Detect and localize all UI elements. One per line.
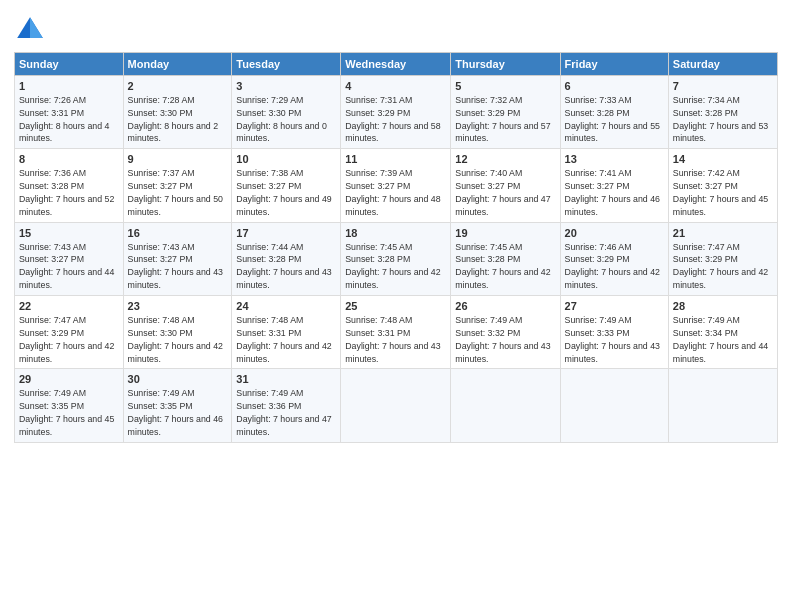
day-cell: 15Sunrise: 7:43 AMSunset: 3:27 PMDayligh… — [15, 222, 124, 295]
day-cell: 5Sunrise: 7:32 AMSunset: 3:29 PMDaylight… — [451, 76, 560, 149]
day-info: Sunrise: 7:43 AMSunset: 3:27 PMDaylight:… — [128, 242, 223, 291]
day-number: 14 — [673, 152, 773, 167]
col-header-sunday: Sunday — [15, 53, 124, 76]
day-cell: 8Sunrise: 7:36 AMSunset: 3:28 PMDaylight… — [15, 149, 124, 222]
day-number: 21 — [673, 226, 773, 241]
day-cell: 27Sunrise: 7:49 AMSunset: 3:33 PMDayligh… — [560, 296, 668, 369]
day-number: 20 — [565, 226, 664, 241]
day-info: Sunrise: 7:42 AMSunset: 3:27 PMDaylight:… — [673, 168, 768, 217]
day-cell: 20Sunrise: 7:46 AMSunset: 3:29 PMDayligh… — [560, 222, 668, 295]
day-number: 15 — [19, 226, 119, 241]
day-info: Sunrise: 7:45 AMSunset: 3:28 PMDaylight:… — [345, 242, 440, 291]
day-cell: 25Sunrise: 7:48 AMSunset: 3:31 PMDayligh… — [341, 296, 451, 369]
day-info: Sunrise: 7:36 AMSunset: 3:28 PMDaylight:… — [19, 168, 114, 217]
day-number: 10 — [236, 152, 336, 167]
page: SundayMondayTuesdayWednesdayThursdayFrid… — [0, 0, 792, 612]
day-number: 5 — [455, 79, 555, 94]
day-cell: 29Sunrise: 7:49 AMSunset: 3:35 PMDayligh… — [15, 369, 124, 442]
day-info: Sunrise: 7:43 AMSunset: 3:27 PMDaylight:… — [19, 242, 114, 291]
day-info: Sunrise: 7:45 AMSunset: 3:28 PMDaylight:… — [455, 242, 550, 291]
day-number: 3 — [236, 79, 336, 94]
day-number: 19 — [455, 226, 555, 241]
day-cell: 14Sunrise: 7:42 AMSunset: 3:27 PMDayligh… — [668, 149, 777, 222]
day-info: Sunrise: 7:29 AMSunset: 3:30 PMDaylight:… — [236, 95, 326, 144]
day-cell: 6Sunrise: 7:33 AMSunset: 3:28 PMDaylight… — [560, 76, 668, 149]
day-number: 6 — [565, 79, 664, 94]
week-row-2: 8Sunrise: 7:36 AMSunset: 3:28 PMDaylight… — [15, 149, 778, 222]
day-info: Sunrise: 7:32 AMSunset: 3:29 PMDaylight:… — [455, 95, 550, 144]
day-info: Sunrise: 7:28 AMSunset: 3:30 PMDaylight:… — [128, 95, 218, 144]
day-cell: 18Sunrise: 7:45 AMSunset: 3:28 PMDayligh… — [341, 222, 451, 295]
day-number: 16 — [128, 226, 228, 241]
day-cell: 17Sunrise: 7:44 AMSunset: 3:28 PMDayligh… — [232, 222, 341, 295]
day-info: Sunrise: 7:49 AMSunset: 3:35 PMDaylight:… — [128, 388, 223, 437]
day-number: 17 — [236, 226, 336, 241]
col-header-saturday: Saturday — [668, 53, 777, 76]
day-info: Sunrise: 7:26 AMSunset: 3:31 PMDaylight:… — [19, 95, 109, 144]
day-info: Sunrise: 7:47 AMSunset: 3:29 PMDaylight:… — [19, 315, 114, 364]
day-number: 4 — [345, 79, 446, 94]
svg-marker-1 — [30, 17, 43, 38]
day-cell: 31Sunrise: 7:49 AMSunset: 3:36 PMDayligh… — [232, 369, 341, 442]
week-row-5: 29Sunrise: 7:49 AMSunset: 3:35 PMDayligh… — [15, 369, 778, 442]
day-number: 29 — [19, 372, 119, 387]
day-info: Sunrise: 7:38 AMSunset: 3:27 PMDaylight:… — [236, 168, 331, 217]
day-cell — [668, 369, 777, 442]
day-number: 30 — [128, 372, 228, 387]
col-header-monday: Monday — [123, 53, 232, 76]
day-info: Sunrise: 7:48 AMSunset: 3:31 PMDaylight:… — [236, 315, 331, 364]
day-number: 24 — [236, 299, 336, 314]
day-number: 26 — [455, 299, 555, 314]
day-cell: 16Sunrise: 7:43 AMSunset: 3:27 PMDayligh… — [123, 222, 232, 295]
day-info: Sunrise: 7:34 AMSunset: 3:28 PMDaylight:… — [673, 95, 768, 144]
day-cell: 2Sunrise: 7:28 AMSunset: 3:30 PMDaylight… — [123, 76, 232, 149]
day-info: Sunrise: 7:48 AMSunset: 3:31 PMDaylight:… — [345, 315, 440, 364]
day-number: 11 — [345, 152, 446, 167]
day-info: Sunrise: 7:49 AMSunset: 3:33 PMDaylight:… — [565, 315, 660, 364]
day-cell: 28Sunrise: 7:49 AMSunset: 3:34 PMDayligh… — [668, 296, 777, 369]
col-header-wednesday: Wednesday — [341, 53, 451, 76]
day-cell: 23Sunrise: 7:48 AMSunset: 3:30 PMDayligh… — [123, 296, 232, 369]
day-number: 31 — [236, 372, 336, 387]
day-number: 18 — [345, 226, 446, 241]
day-cell: 11Sunrise: 7:39 AMSunset: 3:27 PMDayligh… — [341, 149, 451, 222]
col-header-friday: Friday — [560, 53, 668, 76]
day-cell: 26Sunrise: 7:49 AMSunset: 3:32 PMDayligh… — [451, 296, 560, 369]
day-info: Sunrise: 7:44 AMSunset: 3:28 PMDaylight:… — [236, 242, 331, 291]
day-number: 23 — [128, 299, 228, 314]
logo-icon — [14, 14, 46, 46]
day-info: Sunrise: 7:40 AMSunset: 3:27 PMDaylight:… — [455, 168, 550, 217]
day-cell — [560, 369, 668, 442]
day-number: 25 — [345, 299, 446, 314]
day-cell — [341, 369, 451, 442]
day-number: 28 — [673, 299, 773, 314]
day-info: Sunrise: 7:49 AMSunset: 3:35 PMDaylight:… — [19, 388, 114, 437]
day-cell: 3Sunrise: 7:29 AMSunset: 3:30 PMDaylight… — [232, 76, 341, 149]
day-cell: 13Sunrise: 7:41 AMSunset: 3:27 PMDayligh… — [560, 149, 668, 222]
week-row-1: 1Sunrise: 7:26 AMSunset: 3:31 PMDaylight… — [15, 76, 778, 149]
day-cell: 10Sunrise: 7:38 AMSunset: 3:27 PMDayligh… — [232, 149, 341, 222]
day-number: 27 — [565, 299, 664, 314]
day-cell — [451, 369, 560, 442]
day-info: Sunrise: 7:49 AMSunset: 3:36 PMDaylight:… — [236, 388, 331, 437]
day-cell: 21Sunrise: 7:47 AMSunset: 3:29 PMDayligh… — [668, 222, 777, 295]
day-cell: 9Sunrise: 7:37 AMSunset: 3:27 PMDaylight… — [123, 149, 232, 222]
day-info: Sunrise: 7:49 AMSunset: 3:34 PMDaylight:… — [673, 315, 768, 364]
day-info: Sunrise: 7:39 AMSunset: 3:27 PMDaylight:… — [345, 168, 440, 217]
day-cell: 1Sunrise: 7:26 AMSunset: 3:31 PMDaylight… — [15, 76, 124, 149]
day-info: Sunrise: 7:37 AMSunset: 3:27 PMDaylight:… — [128, 168, 223, 217]
day-cell: 30Sunrise: 7:49 AMSunset: 3:35 PMDayligh… — [123, 369, 232, 442]
day-info: Sunrise: 7:47 AMSunset: 3:29 PMDaylight:… — [673, 242, 768, 291]
day-cell: 24Sunrise: 7:48 AMSunset: 3:31 PMDayligh… — [232, 296, 341, 369]
day-number: 8 — [19, 152, 119, 167]
day-cell: 22Sunrise: 7:47 AMSunset: 3:29 PMDayligh… — [15, 296, 124, 369]
col-header-tuesday: Tuesday — [232, 53, 341, 76]
day-number: 2 — [128, 79, 228, 94]
logo — [14, 14, 50, 46]
day-cell: 4Sunrise: 7:31 AMSunset: 3:29 PMDaylight… — [341, 76, 451, 149]
header-row: SundayMondayTuesdayWednesdayThursdayFrid… — [15, 53, 778, 76]
day-info: Sunrise: 7:33 AMSunset: 3:28 PMDaylight:… — [565, 95, 660, 144]
header — [14, 10, 778, 46]
day-number: 13 — [565, 152, 664, 167]
day-info: Sunrise: 7:41 AMSunset: 3:27 PMDaylight:… — [565, 168, 660, 217]
